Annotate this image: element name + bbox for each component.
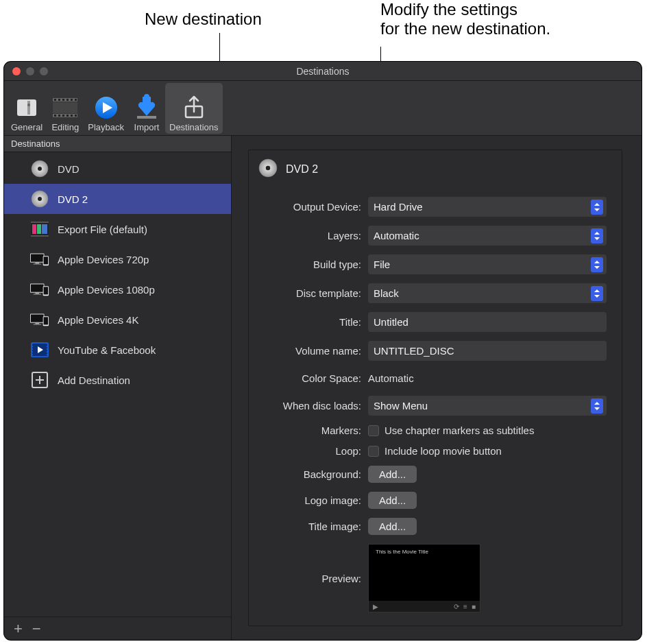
svg-rect-11 (75, 99, 77, 101)
sidebar-item-apple-4k[interactable]: Apple Devices 4K (4, 305, 231, 335)
sidebar-item-label: DVD (58, 163, 80, 175)
svg-marker-76 (594, 402, 600, 405)
add-destination-button[interactable]: + (14, 621, 23, 636)
tab-import[interactable]: Import (128, 83, 165, 134)
sidebar-item-dvd[interactable]: DVD (4, 154, 231, 184)
loop-checkbox-text: Include loop movie button (384, 445, 502, 457)
background-label: Background: (258, 468, 368, 480)
svg-marker-74 (594, 289, 600, 292)
svg-rect-14 (62, 115, 64, 117)
sidebar-item-label: Export File (default) (58, 224, 147, 235)
svg-marker-69 (594, 208, 600, 211)
svg-rect-29 (31, 222, 49, 223)
svg-rect-59 (32, 354, 33, 355)
svg-marker-71 (594, 237, 600, 240)
when-disc-loads-select[interactable]: Show Menu (368, 396, 607, 416)
svg-rect-47 (31, 315, 44, 322)
svg-marker-75 (594, 295, 600, 298)
svg-rect-39 (44, 257, 49, 264)
remove-destination-button[interactable]: − (32, 621, 41, 636)
volume-name-label: Volume name: (258, 345, 368, 357)
disc-icon (30, 159, 49, 178)
svg-rect-42 (35, 293, 39, 294)
svg-rect-63 (47, 351, 48, 353)
general-icon (12, 93, 41, 122)
destinations-list: DVD DVD 2 Export File (default) (4, 152, 231, 617)
svg-rect-15 (66, 115, 69, 117)
markers-checkbox-text: Use chapter markers as subtitles (384, 425, 534, 436)
svg-rect-37 (34, 264, 41, 265)
logo-add-button[interactable]: Add... (368, 492, 417, 509)
sidebar-item-export-file[interactable]: Export File (default) (4, 214, 231, 244)
sidebar-item-apple-1080p[interactable]: Apple Devices 1080p (4, 274, 231, 305)
build-type-select[interactable]: File (368, 254, 607, 274)
output-device-select[interactable]: Hard Drive (368, 197, 607, 217)
svg-marker-70 (594, 232, 600, 235)
title-label: Title: (258, 316, 368, 328)
svg-rect-58 (32, 351, 33, 353)
export-file-icon (30, 219, 49, 239)
tab-playback[interactable]: Playback (84, 83, 128, 134)
preview-thumbnail: This is the Movie Title ▶ ⟳ ≡ ■ (368, 544, 480, 612)
sidebar-item-apple-720p[interactable]: Apple Devices 720p (4, 244, 231, 274)
build-type-label: Build type: (258, 259, 368, 270)
svg-marker-68 (594, 203, 600, 206)
tab-editing[interactable]: Editing (47, 83, 84, 134)
sidebar-item-add-destination[interactable]: Add Destination (4, 365, 231, 395)
loop-checkbox[interactable] (368, 446, 379, 457)
svg-rect-41 (31, 285, 44, 292)
svg-rect-48 (35, 323, 39, 324)
apple-devices-icon (30, 310, 49, 329)
svg-rect-57 (32, 348, 33, 350)
tab-playback-label: Playback (88, 122, 124, 132)
svg-rect-1 (27, 101, 30, 115)
detail-header: DVD 2 (258, 158, 607, 180)
sidebar-item-label: Apple Devices 720p (58, 254, 149, 265)
svg-rect-16 (71, 115, 73, 117)
output-device-label: Output Device: (258, 201, 368, 213)
sidebar-item-dvd-2[interactable]: DVD 2 (4, 184, 231, 214)
svg-marker-77 (594, 407, 600, 410)
svg-point-25 (38, 167, 42, 171)
play-icon: ▶ (373, 603, 378, 610)
when-disc-loads-label: When disc loads: (258, 400, 368, 412)
tab-destinations[interactable]: Destinations (165, 83, 223, 134)
layers-select[interactable]: Automatic (368, 226, 607, 246)
preferences-toolbar: General Editing Playback Import Destinat… (4, 81, 642, 136)
tab-import-label: Import (134, 122, 160, 132)
detail-panel: DVD 2 Output Device: Hard Drive Layers: (232, 136, 642, 640)
svg-rect-7 (58, 99, 60, 101)
title-input[interactable] (368, 312, 607, 332)
markers-checkbox[interactable] (368, 425, 379, 436)
title-image-label: Title image: (258, 521, 368, 532)
detail-title: DVD 2 (286, 163, 318, 176)
loop-icon: ⟳ (454, 603, 459, 610)
disc-icon (258, 158, 278, 180)
background-add-button[interactable]: Add... (368, 466, 417, 483)
playback-icon (92, 93, 121, 122)
volume-name-input[interactable] (368, 341, 607, 361)
svg-rect-55 (32, 343, 33, 344)
svg-point-2 (27, 104, 30, 106)
svg-rect-13 (58, 115, 60, 117)
svg-rect-30 (31, 235, 49, 237)
sidebar-item-label: Apple Devices 4K (58, 314, 138, 326)
disc-template-select[interactable]: Black (368, 283, 607, 303)
svg-rect-3 (53, 102, 77, 113)
editing-icon (51, 93, 80, 122)
title-image-add-button[interactable]: Add... (368, 518, 417, 535)
preview-title-text: This is the Movie Title (376, 549, 428, 555)
sidebar-item-label: DVD 2 (58, 193, 88, 205)
menu-icon: ≡ (463, 603, 467, 610)
chevron-up-down-icon (591, 228, 603, 243)
callout-right: Modify the settings for the new destinat… (380, 0, 550, 38)
sidebar-item-youtube-facebook[interactable]: YouTube & Facebook (4, 335, 231, 365)
svg-rect-31 (32, 224, 36, 234)
titlebar: Destinations (4, 62, 642, 81)
apple-devices-icon (30, 280, 49, 299)
svg-rect-22 (137, 116, 156, 119)
chevron-up-down-icon (591, 398, 603, 414)
sidebar-footer: + − (4, 617, 231, 640)
svg-rect-64 (47, 354, 48, 355)
tab-general[interactable]: General (7, 83, 47, 134)
